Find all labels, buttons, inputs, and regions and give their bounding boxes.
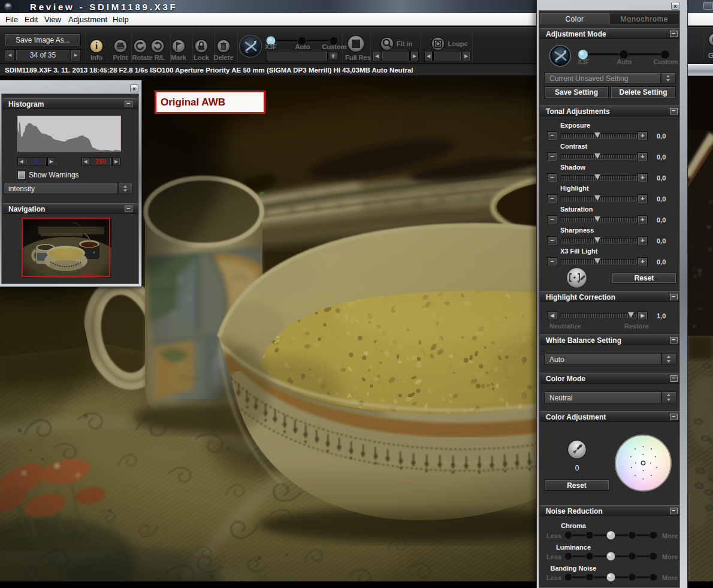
svg-text:i: i: [95, 41, 98, 51]
